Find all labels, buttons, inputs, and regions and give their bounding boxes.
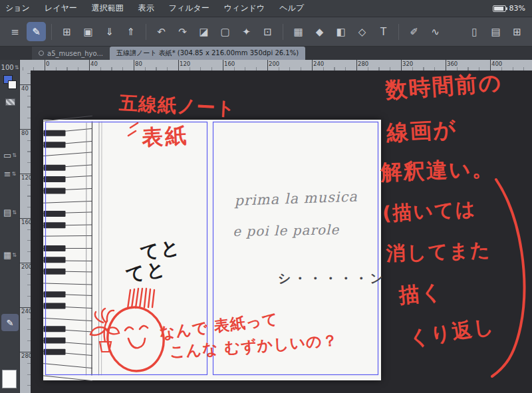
toolbar-separator [283, 24, 283, 40]
canvas-viewport[interactable]: prima la musica e poi le parole てと てと シ・… [31, 70, 532, 393]
subtool-stepper-2[interactable]: ≡⇅ [1, 166, 19, 181]
layer-stepper[interactable]: ▤⇅ [1, 205, 19, 219]
screentone-icon[interactable]: ▦ [289, 22, 308, 41]
status-area: 83% [493, 4, 525, 13]
battery-percent: 83% [509, 4, 525, 13]
brush-size-stepper[interactable]: 100⇅ [1, 60, 19, 74]
h-ruler-label-80: 80 [135, 61, 142, 67]
red-note-side-4: 消してまた [386, 237, 491, 267]
tab-status-icon [39, 51, 44, 56]
workspace-grid-icon[interactable]: ⊞ [507, 22, 527, 41]
new-canvas-icon[interactable]: ⊞ [57, 22, 76, 41]
red-note-title-2: 表紙 [141, 121, 189, 153]
battery-fill [494, 7, 503, 11]
tab-label: 五線譜ノート 表紙* (304.85 x 216.00mm 350dpi 26.… [116, 49, 299, 58]
main-menu-icon[interactable]: ≡ [5, 22, 25, 41]
v-ruler-label-80: 80 [21, 130, 29, 136]
red-note-side-0: 数時間前の [384, 70, 503, 106]
gradient-icon[interactable]: ◧ [331, 22, 350, 41]
toolbar: ≡✎⊞▣⇓⇑↶↷◪▢✦⊡▦◆◧◇T✐∿ ▯▤⊞ [0, 17, 532, 47]
active-pen-icon-glyph: ✎ [7, 318, 14, 328]
toolbar-separator [146, 24, 146, 40]
red-note-side-1: 線画が [386, 114, 458, 148]
subtool-stepper-1-glyph: ▭ [3, 150, 11, 160]
fill-icon[interactable]: ◆ [310, 22, 329, 41]
vertical-ruler[interactable]: 4080120160200240280 [20, 70, 31, 393]
crop-icon[interactable]: ⊡ [258, 22, 277, 41]
material-stepper[interactable]: ▦⇅ [1, 247, 19, 262]
brush-size-value: 100 [1, 64, 14, 71]
stepper-arrows-icon: ⇅ [15, 65, 19, 70]
transparent-swatch[interactable] [5, 98, 15, 106]
menubar: ションレイヤー選択範囲表示フィルターウィンドウヘルプ 83% [0, 0, 532, 17]
h-ruler-label-120: 120 [180, 61, 190, 67]
h-ruler-label-200: 200 [269, 61, 279, 67]
menu-items: ションレイヤー選択範囲表示フィルターウィンドウヘルプ [5, 3, 304, 14]
active-pen-icon[interactable]: ✎ [1, 314, 19, 331]
navigator-thumbnail[interactable] [2, 370, 17, 388]
tab-bar: a5_musen_hyo...五線譜ノート 表紙* (304.85 x 216.… [0, 47, 532, 60]
export-icon[interactable]: ⇑ [121, 22, 140, 41]
h-ruler-label-280: 280 [358, 61, 368, 67]
menu-item-0[interactable]: ション [5, 3, 30, 14]
h-ruler-label-320: 320 [402, 61, 413, 67]
horizontal-ruler[interactable]: 04080120160200240280320360400 [20, 60, 532, 70]
sfx-silence: シ・・・・・ン [278, 270, 386, 287]
red-bracket [492, 180, 524, 376]
tool-column: 100⇅▭⇅≡⇅▤⇅▦⇅✎ [0, 60, 20, 393]
pages-icon[interactable]: ▤ [486, 22, 505, 41]
subtool-stepper-1[interactable]: ▭⇅ [1, 148, 19, 162]
red-note-side-2: 解釈違い。 [380, 154, 495, 188]
pen-tool-icon[interactable]: ✎ [27, 22, 46, 41]
material-stepper-glyph: ▦ [3, 250, 11, 260]
toolbar-separator [398, 24, 399, 40]
toolbar-separator [51, 24, 52, 40]
device-icon[interactable]: ▯ [465, 22, 484, 41]
h-ruler-label-0: 0 [46, 61, 49, 67]
toolbar-right-group: ▯▤⊞ [465, 22, 527, 41]
tab-label: a5_musen_hyo... [47, 50, 103, 57]
stepper-arrows-icon: ⇅ [12, 152, 17, 158]
red-note-title-1: 五線紙ノート [118, 90, 236, 122]
menu-item-3[interactable]: 表示 [138, 3, 154, 14]
open-folder-icon[interactable]: ▣ [78, 22, 98, 41]
h-ruler-label-160: 160 [224, 61, 235, 67]
document-tab-1[interactable]: 五線譜ノート 表紙* (304.85 x 216.00mm 350dpi 26.… [110, 47, 305, 60]
save-icon[interactable]: ⇓ [100, 22, 119, 41]
h-ruler-label-400: 400 [491, 61, 502, 67]
eraser-icon[interactable]: ◪ [194, 22, 213, 41]
selection-icon[interactable]: ▢ [215, 22, 235, 41]
battery-icon [493, 5, 506, 12]
red-note-side-3: (描いては [382, 196, 477, 227]
toolbar-main-group: ≡✎⊞▣⇓⇑↶↷◪▢✦⊡▦◆◧◇T✐∿ [5, 22, 445, 41]
stepper-arrows-icon: ⇅ [12, 252, 17, 258]
menu-item-4[interactable]: フィルター [169, 3, 209, 14]
menu-item-6[interactable]: ヘルプ [279, 3, 304, 14]
transparent-color-icon[interactable] [1, 94, 19, 109]
magic-wand-icon[interactable]: ✦ [237, 22, 256, 41]
red-note-side-6: くり返し [407, 313, 497, 353]
clip-studio-app: ションレイヤー選択範囲表示フィルターウィンドウヘルプ 83% ≡✎⊞▣⇓⇑↶↷◪… [0, 0, 532, 393]
secondary-color-swatch[interactable] [8, 80, 17, 89]
ruler-pen-icon[interactable]: ✐ [404, 22, 424, 41]
layer-stepper-glyph: ▤ [3, 207, 11, 217]
menu-item-5[interactable]: ウィンドウ [224, 3, 265, 14]
stepper-arrows-icon: ⇅ [12, 209, 17, 215]
menu-item-2[interactable]: 選択範囲 [92, 3, 124, 14]
curve-ruler-icon[interactable]: ∿ [426, 22, 445, 41]
text-icon[interactable]: T [374, 22, 393, 41]
pencil-lyric-2: e poi le parole [233, 221, 339, 239]
color-swatches[interactable] [1, 74, 19, 92]
h-ruler-label-40: 40 [90, 61, 98, 67]
h-ruler-label-240: 240 [313, 61, 324, 67]
h-ruler-label-360: 360 [447, 61, 458, 67]
menu-item-1[interactable]: レイヤー [45, 3, 77, 14]
undo-icon[interactable]: ↶ [152, 22, 171, 41]
subtool-stepper-2-glyph: ≡ [4, 169, 11, 179]
document-tab-0[interactable]: a5_musen_hyo... [32, 47, 110, 60]
red-note-side-5: 描く [398, 278, 444, 310]
v-ruler-label-40: 40 [21, 86, 29, 92]
redo-icon[interactable]: ↷ [173, 22, 192, 41]
stepper-arrows-icon: ⇅ [12, 171, 17, 177]
shape-icon[interactable]: ◇ [352, 22, 372, 41]
